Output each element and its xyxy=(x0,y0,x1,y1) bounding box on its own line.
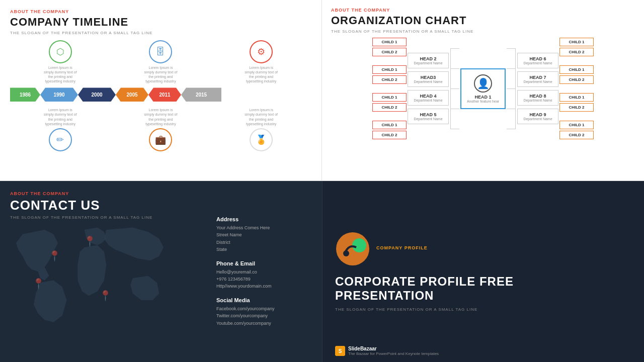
year-2000: 2000 xyxy=(78,87,116,102)
right-child2-1: CHILD 1 xyxy=(559,65,594,74)
icon-text-6: Lorem Ipsum issimply dummy text ofthe pr… xyxy=(245,108,278,126)
phone-title: Phone & Email xyxy=(216,260,312,266)
svg-point-1 xyxy=(352,238,366,252)
left-child4-2: CHILD 2 xyxy=(372,131,407,139)
left-connector xyxy=(450,38,459,139)
year-1990: 1990 xyxy=(40,87,78,102)
far-left-group-3: CHILD 1 CHILD 2 xyxy=(372,93,407,112)
contact-info: Address Your Address Comes HereStreet Na… xyxy=(216,216,312,334)
far-left-group-1: CHILD 1 CHILD 2 xyxy=(372,38,407,56)
center-head-box: 👤 HEAD 1 Another feature hear xyxy=(460,68,506,109)
far-right-group-4: CHILD 1 CHILD 2 xyxy=(559,121,594,139)
corporate-profile-slide: COMPANY PROFILE CORPORATE PROFILE FREE P… xyxy=(322,181,644,362)
address-text: Your Address Comes HereStreet NameDistri… xyxy=(216,224,312,253)
logo-area: COMPANY PROFILE xyxy=(335,231,631,266)
far-left-group-2: CHILD 1 CHILD 2 xyxy=(372,65,407,84)
head6-box: HEAD 6 Department Name xyxy=(517,53,558,68)
timeline-bar: 1986 1990 2000 2005 2011 2015 xyxy=(10,87,311,102)
icon-text-5: Lorem Ipsum issimply dummy text ofthe pr… xyxy=(144,108,178,126)
far-left-group-4: CHILD 1 CHILD 2 xyxy=(372,121,407,139)
icon-text-1: Lorem Ipsum issimply dummy text ofthe pr… xyxy=(44,65,77,83)
head2-box: HEAD 2 Department Name xyxy=(408,53,449,68)
right-child1-2: CHILD 2 xyxy=(559,48,594,56)
far-right-group-2: CHILD 1 CHILD 2 xyxy=(559,65,594,84)
page-title: CORPORATE PROFILE FREE PRESENTATION xyxy=(335,275,587,302)
year-2011: 2011 xyxy=(148,87,181,102)
icon-text-2: Lorem Ipsum issimply dummy text ofthe pr… xyxy=(144,65,178,83)
social-text: Facebook.com/yourcompanyTwitter.com/your… xyxy=(216,305,312,327)
slidebazaar-logo: S xyxy=(335,346,345,356)
brand-text: COMPANY PROFILE xyxy=(376,245,428,252)
timeline-icon-3: ⚙ Lorem Ipsum issimply dummy text ofthe … xyxy=(238,40,284,83)
right-child3-2: CHILD 2 xyxy=(559,103,594,112)
world-map: 📍 📍 📍 📍 xyxy=(5,211,181,332)
phone-text: Hello@youremail.co+976 123456789Http//ww… xyxy=(216,268,312,290)
about-label: ABOUT THE COMPANY xyxy=(10,9,311,14)
timeline-icon-4: Lorem Ipsum issimply dummy text ofthe pr… xyxy=(38,106,83,151)
right-heads-col: HEAD 6 Department Name HEAD 7 Department… xyxy=(517,53,558,124)
icon-text-4: Lorem Ipsum issimply dummy text ofthe pr… xyxy=(44,108,77,126)
left-child2-2: CHILD 2 xyxy=(372,75,407,84)
company-logo xyxy=(335,231,370,266)
right-child3-1: CHILD 1 xyxy=(559,93,594,102)
head7-box: HEAD 7 Department Name xyxy=(517,71,558,87)
head4-box: HEAD 4 Department Name xyxy=(408,90,449,106)
timeline-icon-2: 🗄 Lorem Ipsum issimply dummy text ofthe … xyxy=(138,40,183,83)
left-child1-1: CHILD 1 xyxy=(372,38,407,46)
far-right-group-3: CHILD 1 CHILD 2 xyxy=(559,93,594,112)
brand-tagline: The Bazaar for PowerPoint and Keynote te… xyxy=(348,351,439,356)
left-heads-col: HEAD 2 Department Name HEAD3 Department … xyxy=(408,53,449,124)
person-icon: 👤 xyxy=(474,74,492,93)
subtitle: THE SLOGAN OF THE PRESENTATION OR A SMAL… xyxy=(331,29,635,34)
far-right-group-1: CHILD 1 CHILD 2 xyxy=(559,38,594,56)
left-child3-1: CHILD 1 xyxy=(372,93,407,102)
icon-text-3: Lorem Ipsum issimply dummy text ofthe pr… xyxy=(245,65,278,83)
social-section: Social Media Facebook.com/yourcompanyTwi… xyxy=(216,297,312,327)
head9-box: HEAD 9 Department Name xyxy=(517,109,558,124)
slidebazaar-text: SlideBazaar The Bazaar for PowerPoint an… xyxy=(348,346,439,356)
year-2005: 2005 xyxy=(116,87,148,102)
left-child1-2: CHILD 2 xyxy=(372,48,407,56)
map-pin-1: 📍 xyxy=(48,250,61,262)
far-right-col: CHILD 1 CHILD 2 CHILD 1 CHILD 2 CHILD 1 … xyxy=(559,38,594,139)
right-child4-1: CHILD 1 xyxy=(559,121,594,129)
center-head-dept: Another feature hear xyxy=(467,100,499,103)
social-title: Social Media xyxy=(216,297,312,303)
brand-name: SlideBazaar xyxy=(348,346,439,351)
year-1986: 1986 xyxy=(10,87,40,102)
left-child3-2: CHILD 2 xyxy=(372,103,407,112)
pencil-icon: ✏ xyxy=(49,128,72,151)
box-icon: ⬡ xyxy=(49,40,72,63)
contact-slide: ABOUT THE COMPANY CONTACT US THE SLOGAN … xyxy=(0,181,322,362)
timeline-icon-6: Lorem Ipsum issimply dummy text ofthe pr… xyxy=(238,106,284,151)
briefcase-icon: 💼 xyxy=(149,128,172,151)
subtitle: THE SLOGAN OF THE PRESENTATION OR A SMAL… xyxy=(335,307,631,312)
page-title: ORGANIZATION CHART xyxy=(331,14,635,27)
map-pin-2: 📍 xyxy=(84,235,96,247)
center-head-name: HEAD 1 xyxy=(474,95,491,100)
map-pin-3: 📍 xyxy=(32,278,45,290)
about-label: ABOUT THE COMPANY xyxy=(10,191,312,196)
right-child2-2: CHILD 2 xyxy=(559,75,594,84)
head8-box: HEAD 8 Department Name xyxy=(517,90,558,106)
phone-section: Phone & Email Hello@youremail.co+976 123… xyxy=(216,260,312,290)
address-section: Address Your Address Comes HereStreet Na… xyxy=(216,216,312,253)
left-child4-1: CHILD 1 xyxy=(372,121,407,129)
right-child4-2: CHILD 2 xyxy=(559,131,594,139)
timeline-icon-5: Lorem Ipsum issimply dummy text ofthe pr… xyxy=(138,106,183,151)
far-left-col: CHILD 1 CHILD 2 CHILD 1 CHILD 2 CHILD 1 … xyxy=(372,38,407,139)
about-label: ABOUT THE COMPANY xyxy=(331,8,635,13)
subtitle: THE SLOGAN OF THE PRESENTATION OR A SMAL… xyxy=(10,31,311,35)
year-2015: 2015 xyxy=(181,87,221,102)
map-pin-4: 📍 xyxy=(99,290,112,302)
svg-point-2 xyxy=(343,250,349,256)
slidebazaar-footer: S SlideBazaar The Bazaar for PowerPoint … xyxy=(335,346,439,356)
timeline-icon-1: ⬡ Lorem Ipsum issimply dummy text ofthe … xyxy=(38,40,83,83)
right-connector xyxy=(507,38,516,139)
org-chart-slide: ABOUT THE COMPANY ORGANIZATION CHART THE… xyxy=(322,0,644,181)
address-title: Address xyxy=(216,216,312,222)
company-profile-label: COMPANY PROFILE xyxy=(376,245,428,250)
head3-box: HEAD3 Department Name xyxy=(408,71,449,87)
page-title: COMPANY TIMELINE xyxy=(10,16,311,29)
head5-box: HEAD 5 Department Name xyxy=(408,109,449,124)
